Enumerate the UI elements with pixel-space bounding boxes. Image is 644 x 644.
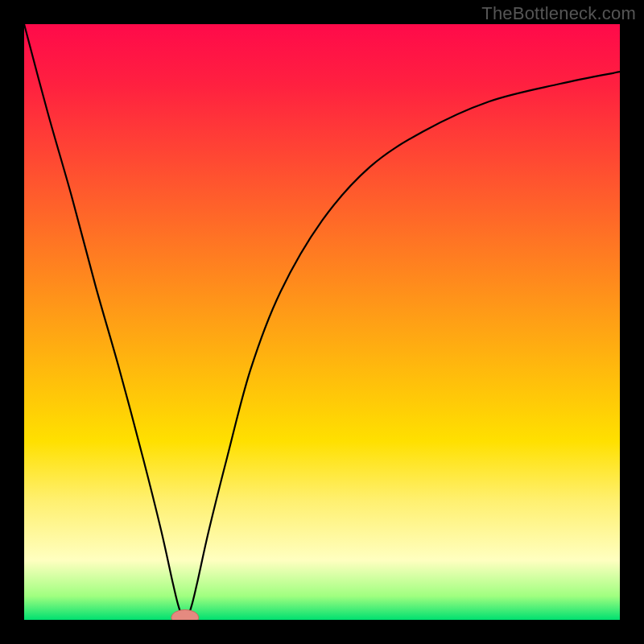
chart-svg — [24, 24, 620, 620]
watermark-text: TheBottleneck.com — [481, 3, 636, 24]
gradient-background — [24, 24, 620, 620]
plot-area — [24, 24, 620, 620]
chart-frame: TheBottleneck.com — [0, 0, 644, 644]
